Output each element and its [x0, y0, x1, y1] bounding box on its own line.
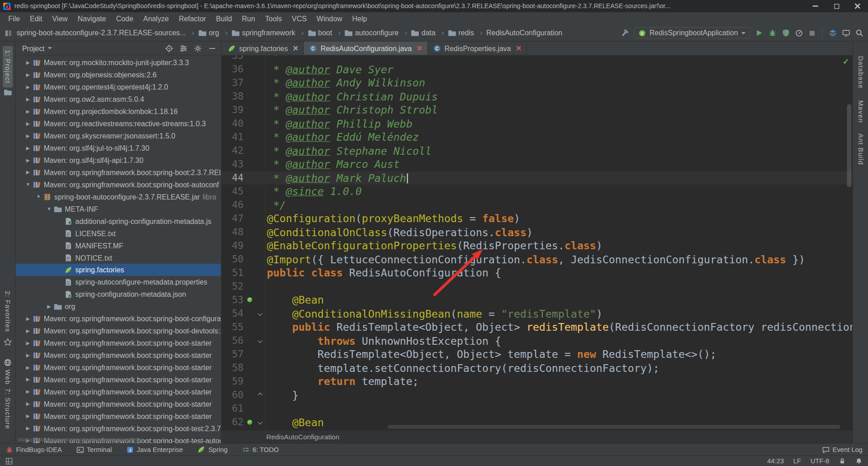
breadcrumb-item[interactable]: boot: [307, 29, 344, 37]
tool-button-project[interactable]: 1: Project: [3, 46, 13, 87]
tool-button-event-log[interactable]: Event Log: [822, 446, 862, 453]
breadcrumb-item[interactable]: data: [411, 29, 448, 37]
select-opened-file-icon[interactable]: [165, 44, 173, 52]
menu-navigate[interactable]: Navigate: [73, 13, 111, 24]
menu-refactor[interactable]: Refactor: [174, 13, 211, 24]
menu-tools[interactable]: Tools: [260, 13, 287, 24]
tree-item[interactable]: ▶Maven: org.springframework.boot:spring-…: [15, 410, 221, 422]
tree-item[interactable]: ▶Maven: org.springframework.boot:spring-…: [15, 422, 221, 434]
tool-button-terminal[interactable]: Terminal: [76, 446, 112, 453]
debug-icon[interactable]: [769, 29, 777, 37]
expand-arrow-icon[interactable]: ▶: [24, 377, 32, 382]
close-button[interactable]: [847, 0, 868, 12]
expand-arrow-icon[interactable]: ▶: [24, 389, 32, 395]
expand-arrow-icon[interactable]: ▶: [24, 365, 32, 370]
editor-tab[interactable]: spring.factories: [222, 42, 304, 55]
menu-vcs[interactable]: VCS: [287, 13, 312, 24]
tree-item[interactable]: ▶Maven: org.springframework.boot:spring-…: [15, 166, 221, 178]
tree-item[interactable]: ▶Maven: org.springframework.boot:spring-…: [15, 313, 221, 325]
filter-icon[interactable]: [179, 44, 188, 52]
tree-item[interactable]: ▶Maven: org.springframework.boot:spring-…: [15, 385, 221, 398]
tool-button-findbugs-idea[interactable]: FindBugs-IDEA: [5, 446, 62, 453]
stop-icon[interactable]: [808, 29, 816, 37]
menu-view[interactable]: View: [47, 13, 73, 24]
tree-item[interactable]: LICENSE.txt: [15, 227, 221, 239]
tree-item[interactable]: NOTICE.txt: [15, 252, 221, 264]
caret-position[interactable]: 44:23: [767, 457, 784, 465]
tree-item[interactable]: ▶Maven: org.reactivestreams:reactive-str…: [15, 118, 221, 130]
tree-item[interactable]: ▶Maven: org.springframework.boot:spring-…: [15, 361, 221, 373]
tool-button-web[interactable]: Web: [4, 370, 11, 385]
breadcrumb-item[interactable]: redis: [448, 29, 486, 37]
tree-item[interactable]: ▼spring-boot-autoconfigure-2.3.7.RELEASE…: [15, 190, 221, 203]
expand-arrow-icon[interactable]: ▶: [24, 425, 32, 431]
run-icon[interactable]: [755, 29, 763, 37]
menu-code[interactable]: Code: [111, 13, 138, 24]
tree-item[interactable]: ▼Maven: org.springframework.boot:spring-…: [15, 178, 221, 190]
folder-icon[interactable]: [3, 88, 11, 96]
editor-hscrollbar[interactable]: [387, 425, 840, 429]
build-hammer-icon[interactable]: [620, 29, 629, 38]
toolwindow-switcher-icon[interactable]: [5, 457, 13, 465]
tree-item[interactable]: ▶Maven: org.slf4j:jul-to-slf4j:1.7.30: [15, 142, 221, 154]
code-editor[interactable]: 35 *36 * @author Dave Syer37 * @author A…: [222, 55, 853, 430]
collapse-arrow-icon[interactable]: ▼: [34, 194, 42, 200]
project-hscrollbar[interactable]: [18, 438, 142, 442]
tree-item[interactable]: ▶Maven: org.springframework.boot:spring-…: [15, 373, 221, 385]
expand-arrow-icon[interactable]: ▶: [45, 304, 53, 309]
menu-edit[interactable]: Edit: [25, 13, 47, 24]
tree-item[interactable]: ▶Maven: org.mockito:mockito-junit-jupite…: [15, 57, 221, 69]
expand-arrow-icon[interactable]: ▶: [24, 96, 32, 102]
expand-arrow-icon[interactable]: ▶: [24, 109, 32, 114]
project-panel-title[interactable]: Project: [22, 44, 45, 52]
expand-arrow-icon[interactable]: ▶: [24, 133, 32, 138]
menu-window[interactable]: Window: [311, 13, 347, 24]
run-config-selector[interactable]: RedisSpringbootApplication: [634, 27, 750, 39]
fold-icon[interactable]: [258, 311, 262, 316]
tool-button-maven[interactable]: Maven: [857, 100, 864, 123]
breadcrumb-item[interactable]: springframework: [231, 29, 307, 37]
tool-button-favorites[interactable]: 2: Favorites: [4, 291, 11, 332]
readonly-lock-icon[interactable]: [839, 457, 846, 465]
fold-icon[interactable]: [258, 420, 262, 424]
breadcrumb-element[interactable]: RedisAutoConfiguration: [266, 433, 340, 441]
chevron-down-icon[interactable]: [48, 47, 52, 49]
expand-arrow-icon[interactable]: ▶: [24, 401, 32, 407]
tool-button-java-enterprise[interactable]: JJava Enterprise: [126, 446, 183, 453]
close-tab-icon[interactable]: [515, 45, 521, 51]
inspection-status-icon[interactable]: ✓: [843, 57, 849, 66]
tree-item[interactable]: spring-configuration-metadata.json: [15, 288, 221, 300]
breadcrumb-item[interactable]: org: [198, 29, 231, 37]
search-everywhere-icon[interactable]: [855, 29, 863, 37]
spring-bean-gutter-icon[interactable]: [246, 418, 253, 425]
editor-tab[interactable]: CRedisAutoConfiguration.java: [304, 42, 428, 55]
expand-arrow-icon[interactable]: ▶: [24, 60, 32, 65]
collapse-arrow-icon[interactable]: ▼: [24, 182, 32, 187]
structure-icon[interactable]: [829, 29, 837, 37]
spring-bean-gutter-icon[interactable]: [246, 296, 253, 303]
tool-button-6-todo[interactable]: 6: TODO: [242, 446, 279, 453]
breadcrumb-item[interactable]: RedisAutoConfiguration: [486, 29, 562, 37]
tree-item[interactable]: ▶Maven: org.skyscreamer:jsonassert:1.5.0: [15, 130, 221, 142]
expand-arrow-icon[interactable]: ▶: [24, 328, 32, 333]
fold-icon[interactable]: [258, 393, 262, 397]
expand-arrow-icon[interactable]: ▶: [24, 84, 32, 90]
expand-arrow-icon[interactable]: ▶: [24, 72, 32, 77]
maximize-button[interactable]: [826, 0, 847, 12]
tree-item[interactable]: ▶Maven: org.objenesis:objenesis:2.6: [15, 69, 221, 81]
tree-item[interactable]: ▶Maven: org.springframework.boot:spring-…: [15, 398, 221, 410]
close-tab-icon[interactable]: [416, 45, 422, 51]
close-tab-icon[interactable]: [292, 45, 298, 51]
menu-file[interactable]: File: [3, 13, 25, 24]
editor-tab[interactable]: CRedisProperties.java: [428, 42, 527, 55]
minimize-button[interactable]: [805, 0, 826, 12]
expand-arrow-icon[interactable]: ▶: [24, 121, 32, 126]
notifications-icon[interactable]: [855, 457, 863, 465]
fold-icon[interactable]: [258, 338, 262, 343]
tree-item[interactable]: ▶Maven: org.ow2.asm:asm:5.0.4: [15, 93, 221, 105]
file-encoding[interactable]: UTF-8: [811, 457, 830, 465]
expand-arrow-icon[interactable]: ▶: [24, 413, 32, 418]
globe-icon[interactable]: [3, 358, 11, 366]
settings-gear-icon[interactable]: [194, 44, 202, 52]
tree-item[interactable]: ▶Maven: org.slf4j:slf4j-api:1.7.30: [15, 154, 221, 166]
